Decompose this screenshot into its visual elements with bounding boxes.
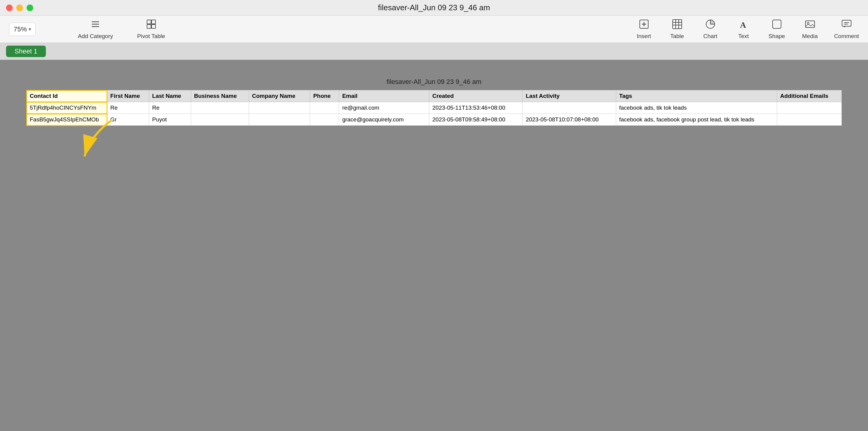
cell-tags-1[interactable]: facebook ads, tik tok leads xyxy=(616,102,777,114)
svg-rect-3 xyxy=(147,20,151,24)
shape-label: Shape xyxy=(768,33,785,39)
toolbar-add-category[interactable]: Add Category xyxy=(78,19,113,39)
cell-email-2[interactable]: grace@goacquirely.com xyxy=(339,114,429,126)
toolbar-right: Insert Table xyxy=(635,19,859,39)
close-button[interactable] xyxy=(6,4,13,11)
data-table: Contact Id First Name Last Name Business… xyxy=(27,90,842,126)
cell-last-activity-1[interactable] xyxy=(523,102,616,114)
cell-phone-1[interactable] xyxy=(310,102,339,114)
sheet-bar: Sheet 1 xyxy=(0,43,868,60)
svg-rect-22 xyxy=(842,20,851,26)
toolbar-media[interactable]: Media xyxy=(801,19,819,39)
svg-rect-4 xyxy=(152,20,155,24)
cell-contact-id-1[interactable]: 5TjRdfp4hoCINCYsFNYm xyxy=(27,102,107,114)
pivot-table-label: Pivot Table xyxy=(137,33,165,39)
insert-icon xyxy=(639,19,649,31)
content-area: filesaver-All_Jun 09 23 9_46 am Contact … xyxy=(0,60,868,431)
chart-icon xyxy=(705,19,716,31)
cell-last-activity-2[interactable]: 2023-05-08T10:07:08+08:00 xyxy=(523,114,616,126)
svg-rect-20 xyxy=(806,21,814,28)
add-category-label: Add Category xyxy=(78,33,113,39)
svg-rect-19 xyxy=(773,20,781,28)
comment-icon xyxy=(841,19,852,31)
spreadsheet-wrapper: filesaver-All_Jun 09 23 9_46 am Contact … xyxy=(27,78,842,126)
col-header-additional-emails[interactable]: Additional Emails xyxy=(777,90,841,102)
title-bar: filesaver-All_Jun 09 23 9_46 am xyxy=(0,0,868,16)
cell-contact-id-2[interactable]: FasB5gwJq4SSIpEhCMOb xyxy=(27,114,107,126)
toolbar-table[interactable]: Table xyxy=(668,19,686,39)
table-label: Table xyxy=(670,33,684,39)
cell-additional-emails-1[interactable] xyxy=(777,102,841,114)
col-header-last-activity[interactable]: Last Activity xyxy=(523,90,616,102)
table-icon xyxy=(672,19,683,31)
col-header-tags[interactable]: Tags xyxy=(616,90,777,102)
pivot-table-icon xyxy=(146,19,157,31)
col-header-phone[interactable]: Phone xyxy=(310,90,339,102)
maximize-button[interactable] xyxy=(27,4,33,11)
col-header-business-name[interactable]: Business Name xyxy=(191,90,249,102)
toolbar-left: 75% ▾ xyxy=(9,23,36,36)
col-header-email[interactable]: Email xyxy=(339,90,429,102)
table-row: FasB5gwJq4SSIpEhCMOb Gr Puyot grace@goac… xyxy=(27,114,841,126)
chart-label: Chart xyxy=(703,33,717,39)
table-row: 5TjRdfp4hoCINCYsFNYm Re Re re@gmail.com … xyxy=(27,102,841,114)
svg-rect-10 xyxy=(673,20,682,29)
toolbar: 75% ▾ Add Category xyxy=(0,16,868,43)
col-header-first-name[interactable]: First Name xyxy=(107,90,149,102)
text-icon: A xyxy=(738,19,749,31)
comment-label: Comment xyxy=(834,33,859,39)
sheet-tab-sheet1[interactable]: Sheet 1 xyxy=(6,45,46,57)
toolbar-comment[interactable]: Comment xyxy=(834,19,859,39)
zoom-label: 75% xyxy=(13,25,27,33)
cell-business-name-1[interactable] xyxy=(191,102,249,114)
toolbar-center: Add Category Pivot Table xyxy=(78,19,165,39)
chevron-down-icon: ▾ xyxy=(29,26,31,32)
toolbar-pivot-table[interactable]: Pivot Table xyxy=(137,19,165,39)
cell-last-name-2[interactable]: Puyot xyxy=(149,114,191,126)
col-header-contact-id[interactable]: Contact Id xyxy=(27,90,107,102)
spreadsheet-title: filesaver-All_Jun 09 23 9_46 am xyxy=(27,78,842,86)
shape-icon xyxy=(771,19,782,31)
minimize-button[interactable] xyxy=(16,4,23,11)
toolbar-insert[interactable]: Insert xyxy=(635,19,653,39)
cell-tags-2[interactable]: facebook ads, facebook group post lead, … xyxy=(616,114,777,126)
col-header-created[interactable]: Created xyxy=(429,90,523,102)
text-label: Text xyxy=(738,33,749,39)
svg-rect-5 xyxy=(147,25,151,28)
traffic-lights xyxy=(6,4,33,11)
cell-email-1[interactable]: re@gmail.com xyxy=(339,102,429,114)
insert-label: Insert xyxy=(637,33,651,39)
toolbar-text[interactable]: A Text xyxy=(735,19,753,39)
window-title: filesaver-All_Jun 09 23 9_46 am xyxy=(378,3,490,12)
cell-business-name-2[interactable] xyxy=(191,114,249,126)
cell-first-name-2[interactable]: Gr xyxy=(107,114,149,126)
media-icon xyxy=(805,19,815,31)
table-header-row: Contact Id First Name Last Name Business… xyxy=(27,90,841,102)
svg-rect-6 xyxy=(152,25,155,28)
media-label: Media xyxy=(802,33,818,39)
col-header-last-name[interactable]: Last Name xyxy=(149,90,191,102)
cell-created-1[interactable]: 2023-05-11T13:53:46+08:00 xyxy=(429,102,523,114)
cell-created-2[interactable]: 2023-05-08T09:58:49+08:00 xyxy=(429,114,523,126)
svg-text:A: A xyxy=(740,20,746,30)
cell-first-name-1[interactable]: Re xyxy=(107,102,149,114)
toolbar-shape[interactable]: Shape xyxy=(768,19,786,39)
toolbar-chart[interactable]: Chart xyxy=(701,19,719,39)
zoom-button[interactable]: 75% ▾ xyxy=(9,23,36,36)
col-header-company-name[interactable]: Company Name xyxy=(249,90,310,102)
list-icon xyxy=(90,19,101,31)
cell-company-name-2[interactable] xyxy=(249,114,310,126)
cell-last-name-1[interactable]: Re xyxy=(149,102,191,114)
cell-additional-emails-2[interactable] xyxy=(777,114,841,126)
cell-phone-2[interactable] xyxy=(310,114,339,126)
sheet-tab-label: Sheet 1 xyxy=(14,48,37,55)
cell-company-name-1[interactable] xyxy=(249,102,310,114)
